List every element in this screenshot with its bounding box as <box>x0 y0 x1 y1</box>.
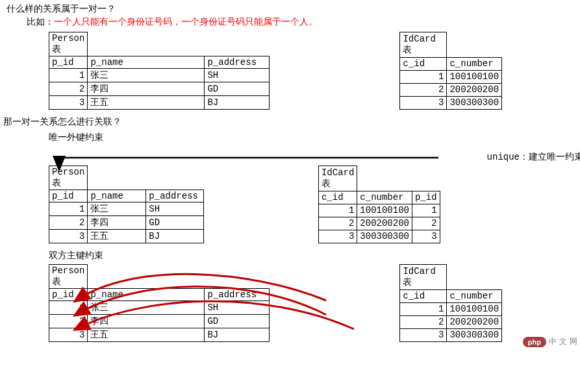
person-hdr-name: p_name <box>88 56 205 69</box>
table-row: 2200200200 <box>400 315 502 328</box>
watermark-text: 中文网 <box>549 336 580 347</box>
person-table-2: Person表 p_id p_name p_address 1张三SH 2李四G… <box>49 165 204 243</box>
section-unique-fk: 唯一外键约束 Person表 p_id p_name p_address 1张三… <box>3 132 580 243</box>
person-table-1: Person表 p_id p_name p_address 1张三SH 2李四G… <box>49 32 270 110</box>
idcard-table-3: IdCard表 c_id c_number 1100100100 2200200… <box>399 264 502 342</box>
subtitle-both-pk: 双方主键约束 <box>49 250 580 262</box>
table-row: 1100100100 <box>400 70 502 83</box>
idcard-title: IdCard表 <box>400 32 447 58</box>
example-red-text: 一个人只能有一个身份证号码，一个身份证号码只能属于一个人。 <box>54 16 318 27</box>
table-row: 11001001001 <box>318 204 440 217</box>
person-hdr-address: p_address <box>205 56 270 69</box>
question-2: 那一对一关系怎么进行关联？ <box>3 116 580 128</box>
section-both-pk: 双方主键约束 Person表 p_id p_name p_address 1张三… <box>3 250 580 342</box>
table-row: 22002002002 <box>318 217 440 230</box>
idcard-table-1: IdCard表 c_id c_number 1100100100 2200200… <box>399 32 502 110</box>
table-row: 3王五BJ <box>49 96 270 110</box>
tables-row-1: Person表 p_id p_name p_address 1张三SH 2李四G… <box>49 32 580 110</box>
table-row: 2李四GD <box>49 216 204 230</box>
person-hdr-id: p_id <box>49 56 88 69</box>
table-row: 3王五BJ <box>49 328 270 342</box>
table-row: 2李四GD <box>49 315 270 328</box>
idcard-hdr-id: c_id <box>400 57 447 70</box>
tables-row-3: Person表 p_id p_name p_address 1张三SH 2李四G… <box>49 264 580 342</box>
watermark-badge: php <box>523 337 546 347</box>
example-prefix: 比如： <box>27 16 54 27</box>
table-row: 2李四GD <box>49 82 270 96</box>
table-row: 1100100100 <box>400 302 502 315</box>
example-line: 比如：一个人只能有一个身份证号码，一个身份证号码只能属于一个人。 <box>27 16 580 28</box>
table-row: 1张三SH <box>49 202 204 216</box>
table-row: 33003003003 <box>318 230 440 243</box>
subtitle-unique-fk: 唯一外键约束 <box>49 132 580 143</box>
table-row: 1张三SH <box>49 301 270 315</box>
watermark: php 中文网 <box>523 336 580 347</box>
table-row: 3300300300 <box>400 96 502 109</box>
table-row: 3300300300 <box>400 328 502 341</box>
table-row: 3王五BJ <box>49 230 204 243</box>
tables-row-2: Person表 p_id p_name p_address 1张三SH 2李四G… <box>49 165 580 243</box>
unique-note: unique：建立唯一约束 <box>487 151 580 243</box>
table-row: 2200200200 <box>400 83 502 96</box>
person-table-3: Person表 p_id p_name p_address 1张三SH 2李四G… <box>49 264 270 342</box>
table-row: 1张三SH <box>49 69 270 82</box>
question-1: 什么样的关系属于一对一？ <box>6 3 580 15</box>
person-title: Person表 <box>49 32 88 56</box>
idcard-table-2: IdCard表 c_id c_number p_id 11001001001 2… <box>318 165 440 243</box>
idcard-hdr-number: c_number <box>447 57 502 70</box>
